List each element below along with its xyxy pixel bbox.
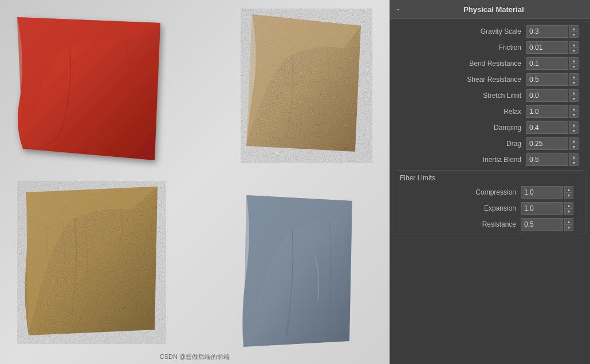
prop-row-2: Bend Resistance▲▼	[390, 56, 590, 72]
fabric-gray	[235, 187, 361, 353]
prop-spinners-4: ▲▼	[569, 89, 579, 102]
spinner-up-fl0[interactable]: ▲	[564, 186, 573, 192]
spinner-up-1[interactable]: ▲	[569, 41, 579, 48]
spinner-up-5[interactable]: ▲	[569, 105, 579, 112]
prop-row-0: Gravity Scale▲▼	[390, 23, 590, 39]
spinner-down-3[interactable]: ▼	[569, 80, 579, 86]
svg-point-3	[320, 94, 321, 95]
svg-point-5	[337, 82, 339, 84]
prop-row-8: Inertia Blend▲▼	[390, 152, 590, 168]
prop-label-2: Bend Resistance	[395, 60, 526, 68]
fiber-limits-section: Fiber LimitsCompression▲▼Expansion▲▼Resi…	[395, 170, 585, 235]
spinner-up-7[interactable]: ▲	[569, 137, 579, 144]
prop-row-fl0: Compression▲▼	[395, 184, 585, 200]
spinner-up-fl2[interactable]: ▲	[564, 218, 573, 224]
prop-spinners-2: ▲▼	[569, 57, 579, 70]
prop-label-7: Drag	[395, 140, 526, 148]
prop-label-6: Damping	[395, 124, 526, 132]
spinner-down-fl2[interactable]: ▼	[564, 224, 573, 231]
prop-input-group-5: ▲▼	[526, 105, 583, 118]
prop-row-fl2: Resistance▲▼	[395, 216, 585, 232]
prop-input-group-fl0: ▲▼	[521, 186, 578, 199]
prop-label-4: Stretch Limit	[395, 92, 526, 100]
prop-input-group-1: ▲▼	[526, 41, 583, 54]
viewport: CSDN @想做后端的前端	[0, 0, 390, 364]
fabric-beige-rough	[241, 9, 372, 163]
spinner-up-8[interactable]: ▲	[569, 153, 579, 160]
fabric-red	[11, 11, 166, 172]
prop-row-5: Relax▲▼	[390, 104, 590, 120]
prop-input-group-6: ▲▼	[526, 121, 583, 134]
prop-input-5[interactable]	[526, 105, 568, 118]
prop-row-6: Damping▲▼	[390, 120, 590, 136]
watermark-text: CSDN @想做后端的前端	[160, 353, 230, 361]
prop-spinners-fl1: ▲▼	[564, 202, 573, 215]
spinner-up-2[interactable]: ▲	[569, 57, 579, 64]
prop-label-fl1: Expansion	[400, 204, 521, 212]
prop-spinners-5: ▲▼	[569, 105, 579, 118]
prop-input-group-7: ▲▼	[526, 137, 583, 150]
prop-spinners-1: ▲▼	[569, 41, 579, 54]
spinner-up-0[interactable]: ▲	[569, 25, 579, 31]
prop-input-6[interactable]	[526, 121, 568, 134]
prop-label-0: Gravity Scale	[395, 27, 526, 35]
fiber-limits-title: Fiber Limits	[395, 173, 585, 184]
prop-input-3[interactable]	[526, 73, 568, 86]
spinner-up-6[interactable]: ▲	[569, 121, 579, 128]
prop-spinners-8: ▲▼	[569, 153, 579, 166]
prop-input-8[interactable]	[526, 153, 568, 166]
prop-input-fl0[interactable]	[521, 186, 563, 199]
spinner-down-fl0[interactable]: ▼	[564, 192, 573, 199]
prop-row-1: Friction▲▼	[390, 39, 590, 56]
prop-input-1[interactable]	[526, 41, 568, 54]
svg-point-0	[274, 65, 276, 66]
svg-point-1	[286, 82, 287, 84]
prop-input-group-fl2: ▲▼	[521, 218, 578, 231]
spinner-down-4[interactable]: ▼	[569, 96, 579, 102]
spinner-down-7[interactable]: ▼	[569, 144, 579, 150]
prop-input-7[interactable]	[526, 137, 568, 150]
spinner-down-6[interactable]: ▼	[569, 128, 579, 134]
spinner-down-2[interactable]: ▼	[569, 64, 579, 70]
spinner-down-8[interactable]: ▼	[569, 160, 579, 166]
prop-label-1: Friction	[395, 43, 526, 52]
properties-content: Gravity Scale▲▼Friction▲▼Bend Resistance…	[390, 19, 590, 364]
spinner-up-4[interactable]: ▲	[569, 89, 579, 96]
prop-spinners-fl2: ▲▼	[564, 218, 573, 231]
prop-label-fl0: Compression	[400, 188, 521, 196]
prop-input-4[interactable]	[526, 89, 568, 102]
spinner-up-3[interactable]: ▲	[569, 73, 579, 80]
spinner-down-5[interactable]: ▼	[569, 112, 579, 118]
prop-label-3: Shear Resistance	[395, 76, 526, 84]
prop-input-fl2[interactable]	[521, 218, 563, 231]
prop-label-fl2: Resistance	[400, 220, 521, 228]
properties-panel: - Physical Material Gravity Scale▲▼Frict…	[390, 0, 590, 364]
panel-title: Physical Material	[404, 5, 583, 14]
panel-header: - Physical Material	[390, 0, 590, 19]
prop-input-group-8: ▲▼	[526, 153, 583, 166]
collapse-button[interactable]: -	[397, 5, 400, 14]
prop-input-group-3: ▲▼	[526, 73, 583, 86]
prop-spinners-3: ▲▼	[569, 73, 579, 86]
spinner-down-0[interactable]: ▼	[569, 31, 579, 38]
prop-input-0[interactable]	[526, 25, 568, 38]
prop-row-7: Drag▲▼	[390, 136, 590, 152]
prop-input-fl1[interactable]	[521, 202, 563, 215]
prop-spinners-fl0: ▲▼	[564, 186, 573, 199]
fabric-tan	[17, 181, 160, 341]
prop-input-group-4: ▲▼	[526, 89, 583, 102]
prop-label-8: Inertia Blend	[395, 156, 526, 164]
prop-input-group-2: ▲▼	[526, 57, 583, 70]
spinner-down-fl1[interactable]: ▼	[564, 208, 573, 215]
prop-input-group-fl1: ▲▼	[521, 202, 578, 215]
prop-row-fl1: Expansion▲▼	[395, 200, 585, 216]
spinner-up-fl1[interactable]: ▲	[564, 202, 573, 208]
svg-point-4	[297, 105, 298, 106]
prop-input-2[interactable]	[526, 57, 568, 70]
spinner-down-1[interactable]: ▼	[569, 48, 579, 54]
prop-input-group-0: ▲▼	[526, 25, 583, 38]
prop-spinners-0: ▲▼	[569, 25, 579, 38]
prop-label-5: Relax	[395, 108, 526, 116]
prop-row-3: Shear Resistance▲▼	[390, 72, 590, 88]
prop-spinners-6: ▲▼	[569, 121, 579, 134]
